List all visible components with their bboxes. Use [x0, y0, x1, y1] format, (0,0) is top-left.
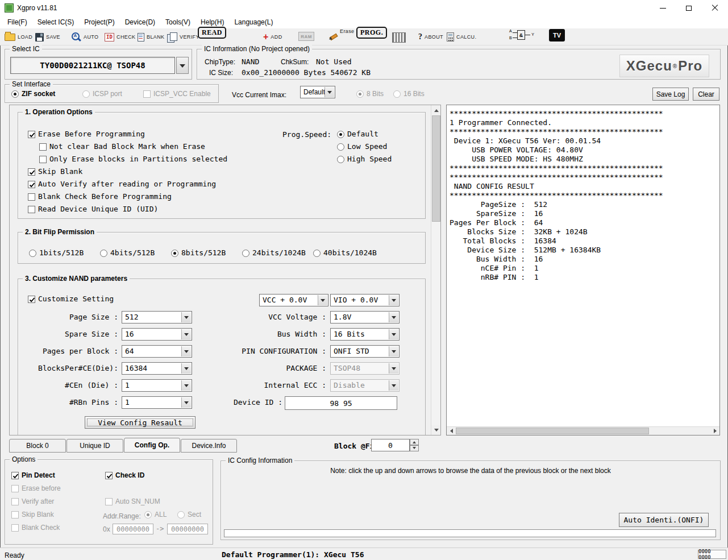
addr-to-input[interactable]: 00000000 — [167, 524, 208, 534]
checkbox-blank-check[interactable]: Blank Check — [11, 524, 60, 532]
radio-16-bits[interactable]: 16 Bits — [393, 90, 425, 98]
radio-addr-all[interactable]: ALL — [144, 511, 167, 518]
scroll-right-button[interactable] — [711, 427, 719, 435]
radio-8-bits[interactable]: 8 Bits — [356, 90, 384, 98]
scroll-down-button[interactable] — [431, 425, 441, 435]
checkbox-verify-after[interactable]: Verify after — [11, 497, 54, 505]
toolbar-socket-button[interactable] — [392, 30, 406, 45]
maximize-button[interactable] — [676, 0, 702, 16]
vcc-current-combo[interactable]: Default — [300, 86, 335, 98]
dropdown-arrow-icon — [181, 380, 191, 391]
menu-tools[interactable]: Tools(V) — [160, 16, 195, 28]
toolbar-calcu-button[interactable]: CALCU. — [447, 30, 476, 44]
magnifier-icon: A — [72, 32, 81, 42]
checkbox-not-clear-bad-block[interactable]: Not clear Bad Block Mark when Erase — [39, 143, 205, 151]
radio-4bits-512b[interactable]: 4bits/512B — [100, 249, 155, 257]
tab-unique-id[interactable]: Unique ID — [66, 439, 123, 453]
device-id-field[interactable]: 98 95 — [285, 396, 397, 410]
toolbar-ram-button[interactable]: RAM — [298, 29, 314, 44]
scroll-up-button[interactable] — [431, 105, 441, 115]
spare-size-combo[interactable]: 16 — [122, 328, 192, 341]
toolbar-save-button[interactable]: SAVE — [35, 30, 60, 44]
bus-width-combo[interactable]: 16 Bits — [330, 328, 400, 341]
checkbox-pin-detect[interactable]: Pin Detect — [11, 471, 55, 479]
scrollbar-thumb[interactable] — [456, 428, 649, 434]
minimize-button[interactable] — [650, 0, 676, 16]
scrollbar-thumb[interactable] — [432, 115, 440, 222]
radio-speed-high[interactable]: High Speed — [337, 155, 392, 163]
radio-icsp-port[interactable]: ICSP port — [82, 90, 122, 98]
radio-zif-socket[interactable]: ZIF socket — [11, 90, 55, 98]
menu-select-ic[interactable]: Select IC(S) — [32, 16, 80, 28]
toolbar-prog-label: PROG. — [360, 28, 383, 37]
radio-1bits-512b[interactable]: 1bits/512B — [29, 249, 84, 257]
auto-identify-button[interactable]: Auto Identi.(ONFI) — [619, 513, 709, 527]
vcc-voltage-combo[interactable]: 1.8V — [330, 311, 400, 323]
radio-addr-sect[interactable]: Sect — [177, 511, 201, 518]
chip-type-label: ChipType: — [205, 58, 235, 66]
checkbox-icsp-vcc-enable[interactable]: ICSP_VCC Enable — [143, 90, 211, 98]
toolbar-verify-button[interactable]: VERIFY — [167, 30, 199, 44]
toolbar-erase-button[interactable]: Erase — [327, 27, 355, 42]
log-horizontal-scrollbar[interactable] — [447, 426, 719, 435]
radio-8bits-512b[interactable]: 8bits/512B — [171, 249, 226, 257]
tab-config-op[interactable]: Config Op. — [124, 438, 180, 453]
menu-file[interactable]: File(F) — [2, 16, 32, 28]
toolbar-tv-button[interactable]: TV — [549, 28, 565, 43]
tab-label: Config Op. — [135, 441, 169, 449]
clear-button[interactable]: Clear — [693, 88, 719, 101]
pages-per-block-combo[interactable]: 64 — [122, 345, 192, 358]
select-ic-dropdown-button[interactable] — [176, 57, 189, 74]
save-log-button[interactable]: Save Log — [652, 88, 689, 101]
menu-language[interactable]: Language(L) — [229, 16, 278, 28]
checkbox-auto-verify[interactable]: Auto Verify after reading or Programming — [28, 180, 216, 188]
toolbar-logic-button[interactable]: A B & Y — [509, 28, 535, 43]
toolbar-blank-button[interactable]: BLANK — [138, 30, 165, 44]
radio-speed-low[interactable]: Low Speed — [337, 143, 387, 151]
vcc-offset-combo[interactable]: VCC + 0.0V — [259, 294, 328, 306]
toolbar-prog-button[interactable]: PROG. — [356, 27, 387, 39]
checkbox-only-erase-partitions[interactable]: Only Erase blocks in Partitions selected — [39, 155, 227, 163]
vio-offset-combo[interactable]: VIO + 0.0V — [330, 294, 400, 306]
addr-from-input[interactable]: 00000000 — [113, 524, 153, 534]
block-at-file-input[interactable]: 0 — [371, 439, 410, 451]
radio-40bits-1024b[interactable]: 40bits/1024B — [313, 249, 377, 257]
block-spin-up-button[interactable] — [410, 439, 419, 445]
menu-project[interactable]: Project(P) — [79, 16, 119, 28]
checkbox-auto-sn-num[interactable]: Auto SN_NUM — [105, 497, 160, 505]
checkbox-erase-before-programming[interactable]: Erase Before Programming — [28, 130, 145, 138]
radio-speed-default[interactable]: Default — [337, 130, 378, 138]
maximize-icon — [686, 6, 692, 11]
toolbar-check-button[interactable]: ID CHECK — [105, 30, 136, 44]
radio-24bits-1024b[interactable]: 24bits/1024B — [242, 249, 306, 257]
checkbox-label: Read Device Unique ID (UID) — [38, 205, 158, 213]
checkbox-read-unique-id[interactable]: Read Device Unique ID (UID) — [28, 205, 158, 213]
pages-per-block-label: Pages per Block : — [19, 347, 118, 356]
checkbox-check-id[interactable]: Check ID — [105, 471, 144, 479]
checkbox-blank-check-before[interactable]: Blank Check Before Programming — [28, 193, 172, 201]
status-ready: Ready — [5, 551, 24, 559]
panel-vertical-scrollbar[interactable] — [431, 105, 440, 435]
rbn-pins-combo[interactable]: 1 — [122, 396, 192, 409]
tab-block-0[interactable]: Block 0 — [9, 439, 66, 453]
tab-device-info[interactable]: Device.Info — [181, 439, 237, 453]
cen-die-combo[interactable]: 1 — [122, 379, 192, 392]
block-spin-down-button[interactable] — [410, 445, 419, 451]
checkbox-customize-setting[interactable]: Customize Setting — [28, 295, 114, 303]
checkbox-erase-before[interactable]: Erase before — [11, 484, 61, 492]
pin-configuration-combo[interactable]: ONFI STD — [330, 345, 400, 358]
toolbar-read-button[interactable]: READ — [198, 27, 226, 39]
close-button[interactable] — [702, 0, 728, 16]
scroll-left-button[interactable] — [447, 427, 455, 435]
blocks-per-ce-combo[interactable]: 16384 — [122, 362, 192, 375]
toolbar-auto-button[interactable]: A AUTO — [72, 30, 98, 44]
toolbar-add-button[interactable]: + ADD — [263, 30, 282, 44]
view-config-result-button[interactable]: View Config Resault — [85, 416, 195, 429]
toolbar-load-button[interactable]: LOAD — [5, 30, 32, 44]
page-size-combo[interactable]: 512 — [122, 311, 192, 323]
toolbar-about-button[interactable]: ? ABOUT — [418, 30, 443, 44]
checkbox-skip-blank-option[interactable]: Skip Blank — [11, 511, 54, 518]
selected-ic-display[interactable]: TY00D0021211KC@ TSOP48 — [10, 57, 175, 74]
checkbox-skip-blank[interactable]: Skip Blank — [28, 168, 82, 176]
menu-device[interactable]: Device(D) — [120, 16, 160, 28]
